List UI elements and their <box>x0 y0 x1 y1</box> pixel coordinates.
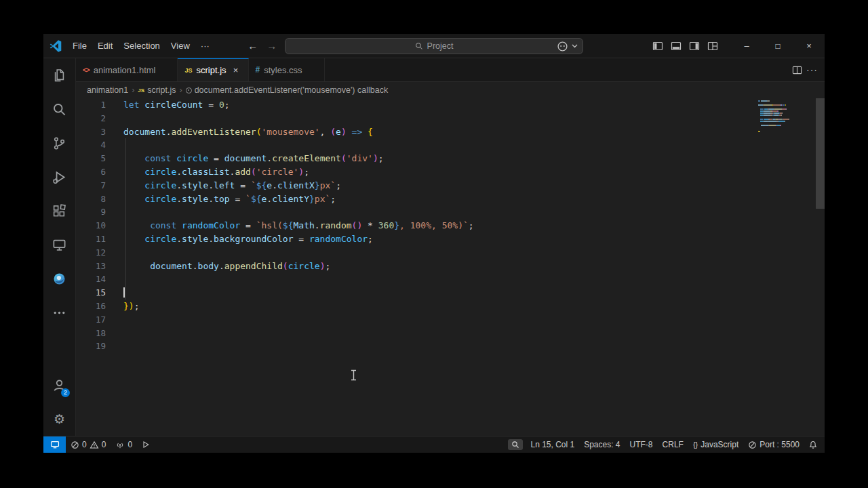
line-number: 19 <box>76 340 106 353</box>
line-number: 6 <box>76 165 106 179</box>
toggle-sidebar-left-button[interactable] <box>648 37 667 56</box>
code-line-1[interactable]: 1let circleCount = 0; <box>76 98 825 112</box>
code-line-15[interactable]: 15 <box>76 286 825 300</box>
indent-guide <box>125 219 126 232</box>
close-button[interactable]: × <box>793 34 825 58</box>
vscode-window: FileEditSelectionView··· ← → Project <box>43 34 825 453</box>
menu-edit[interactable]: Edit <box>92 34 118 58</box>
code-line-11[interactable]: 11 circle.style.backgroundColor = random… <box>76 232 825 246</box>
line-number: 11 <box>76 232 106 246</box>
code-line-19[interactable]: 19 <box>76 340 825 353</box>
sidebar-item-run-debug[interactable] <box>43 160 75 194</box>
menu-file[interactable]: File <box>67 34 92 58</box>
toggle-panel-bottom-button[interactable] <box>667 37 685 56</box>
indentation-indicator[interactable]: Spaces: 4 <box>579 436 625 453</box>
more-actions-icon[interactable] <box>43 296 75 329</box>
tab-styles-css[interactable]: #styles.css× <box>249 58 325 81</box>
code-line-8[interactable]: 8 circle.style.top = `${e.clientY}px`; <box>76 192 825 206</box>
indent-guide <box>125 286 126 300</box>
zoom-indicator[interactable] <box>508 439 523 450</box>
code-line-16[interactable]: 16}); <box>76 300 825 313</box>
braces-icon: {} <box>693 441 698 449</box>
remote-indicator[interactable] <box>43 436 66 453</box>
tab-animation1-html[interactable]: <>animation1.html× <box>76 58 178 81</box>
code-line-2[interactable]: 2 <box>76 112 825 125</box>
code-line-13[interactable]: 13 document.body.appendChild(circle); <box>76 260 825 273</box>
code-line-5[interactable]: 5 const circle = document.createElement(… <box>76 152 825 165</box>
minimap[interactable] <box>758 100 789 139</box>
toggle-sidebar-right-button[interactable] <box>685 37 703 56</box>
indent-guide <box>125 246 126 260</box>
encoding-indicator[interactable]: UTF-8 <box>625 436 658 453</box>
live-server-port[interactable]: Port : 5500 <box>743 436 804 453</box>
code-line-17[interactable]: 17 <box>76 313 825 327</box>
code-line-14[interactable]: 14 <box>76 272 825 286</box>
sidebar-item-extensions[interactable] <box>43 194 75 228</box>
indent-guide <box>125 192 126 206</box>
vscode-logo-icon <box>50 40 62 52</box>
code-line-7[interactable]: 7 circle.style.left = `${e.clientX}px`; <box>76 179 825 192</box>
line-number: 17 <box>76 313 106 327</box>
ports-indicator[interactable]: 0 <box>111 436 137 453</box>
sidebar-item-explorer[interactable] <box>43 58 75 92</box>
code-editor[interactable]: 1let circleCount = 0;23document.addEvent… <box>76 98 825 436</box>
line-number: 14 <box>76 272 106 286</box>
cursor-position[interactable]: Ln 15, Col 1 <box>526 436 579 453</box>
code-line-6[interactable]: 6 circle.classList.add('circle'); <box>76 165 825 179</box>
circle-slash-icon <box>748 441 757 449</box>
code-lines: 1let circleCount = 0;23document.addEvent… <box>76 98 825 353</box>
copilot-button[interactable] <box>553 37 578 56</box>
command-center-search[interactable]: Project <box>285 38 583 54</box>
customize-layout-button[interactable] <box>703 37 722 56</box>
breadcrumb-item[interactable]: document.addEventListener('mousemove') c… <box>186 85 388 95</box>
line-content: }); <box>123 300 825 313</box>
line-content: let circleCount = 0; <box>123 98 825 112</box>
indent-guide <box>125 260 126 273</box>
menu-more[interactable]: ··· <box>195 34 215 58</box>
maximize-button[interactable]: □ <box>762 34 793 58</box>
scrollbar-thumb[interactable] <box>816 98 825 209</box>
sidebar-item-edge-tools[interactable] <box>43 262 75 296</box>
line-content <box>123 327 825 340</box>
indent-guide <box>125 179 126 192</box>
line-content <box>123 286 825 300</box>
minimize-button[interactable]: – <box>731 34 762 58</box>
menu-selection[interactable]: Selection <box>118 34 165 58</box>
code-line-18[interactable]: 18 <box>76 327 825 340</box>
tab-script-js[interactable]: JSscript.js× <box>178 58 248 81</box>
code-line-9[interactable]: 9 <box>76 205 825 219</box>
eol-indicator[interactable]: CRLF <box>658 436 688 453</box>
breadcrumb-item[interactable]: JSscript.js <box>138 85 176 95</box>
sidebar-item-source-control[interactable] <box>43 126 75 160</box>
sidebar-item-search[interactable] <box>43 92 75 126</box>
notifications-bell[interactable] <box>804 440 825 449</box>
search-icon <box>52 102 66 117</box>
problems-indicator[interactable]: 0 0 <box>66 436 111 453</box>
tab-label: script.js <box>196 65 226 75</box>
back-arrow-icon[interactable]: ← <box>245 40 261 52</box>
split-editor-icon[interactable] <box>792 65 802 75</box>
breadcrumb-item[interactable]: animation1 <box>87 85 128 95</box>
menu-view[interactable]: View <box>165 34 195 58</box>
language-mode[interactable]: {} JavaScript <box>688 436 743 453</box>
tab-bar-tabs: <>animation1.html×JSscript.js×#styles.cs… <box>76 58 325 81</box>
titlebar-right-actions: – □ × <box>553 34 825 58</box>
settings-button[interactable]: ⚙ <box>43 402 75 436</box>
run-debug-icon <box>52 170 66 184</box>
code-line-4[interactable]: 4 <box>76 138 825 152</box>
more-editor-actions-icon[interactable]: ··· <box>806 64 818 75</box>
broadcast-icon <box>115 441 125 449</box>
code-line-12[interactable]: 12 <box>76 246 825 260</box>
line-content: circle.style.backgroundColor = randomCol… <box>123 232 825 246</box>
code-line-10[interactable]: 10 const randomColor = `hsl(${Math.rando… <box>76 219 825 232</box>
run-code-button[interactable] <box>137 436 155 453</box>
tab-close-icon[interactable]: × <box>231 65 241 76</box>
indent-guide <box>125 152 126 165</box>
line-number: 8 <box>76 192 106 206</box>
line-content <box>123 272 825 286</box>
js-file-icon: JS <box>184 67 192 74</box>
sidebar-item-live-preview[interactable] <box>43 228 75 262</box>
accounts-button[interactable]: 2 <box>43 368 75 402</box>
forward-arrow-icon[interactable]: → <box>264 40 280 52</box>
code-line-3[interactable]: 3document.addEventListener('mousemove', … <box>76 125 825 139</box>
